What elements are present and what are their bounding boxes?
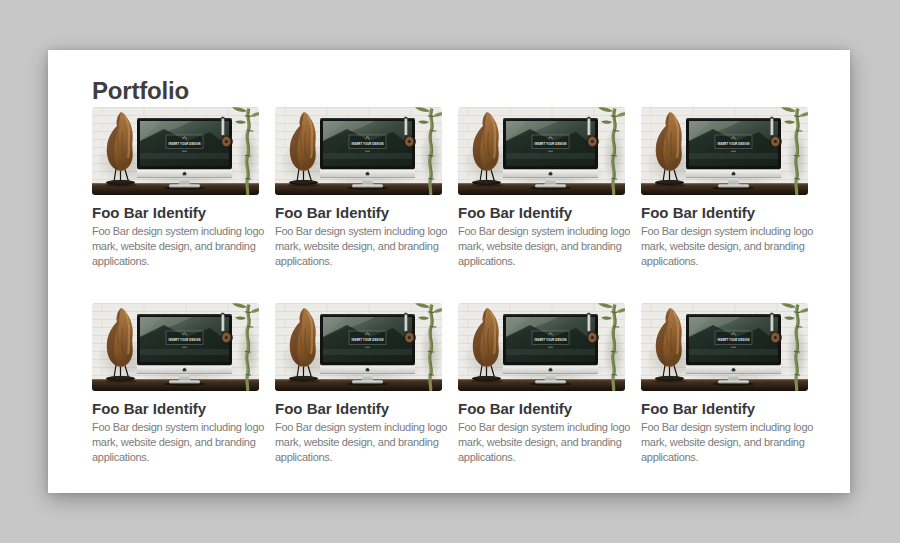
portfolio-card[interactable]: Foo Bar Identify Foo Bar design system i… bbox=[275, 107, 442, 269]
portfolio-card[interactable]: Foo Bar Identify Foo Bar design system i… bbox=[641, 107, 808, 269]
imac-desk-photo bbox=[275, 107, 442, 195]
portfolio-card[interactable]: Foo Bar Identify Foo Bar design system i… bbox=[275, 303, 442, 465]
card-description: Foo Bar design system including logo mar… bbox=[641, 420, 808, 465]
portfolio-card[interactable]: Foo Bar Identify Foo Bar design system i… bbox=[458, 107, 625, 269]
card-thumbnail[interactable] bbox=[458, 107, 625, 195]
card-description-line: applications. bbox=[641, 450, 808, 465]
portfolio-card[interactable]: Foo Bar Identify Foo Bar design system i… bbox=[92, 303, 259, 465]
card-thumbnail[interactable] bbox=[275, 303, 442, 391]
portfolio-card[interactable]: Foo Bar Identify Foo Bar design system i… bbox=[641, 303, 808, 465]
card-title: Foo Bar Identify bbox=[275, 203, 442, 222]
card-description-line: mark, website design, and branding bbox=[458, 239, 625, 254]
card-description-line: applications. bbox=[92, 450, 259, 465]
card-description: Foo Bar design system including logo mar… bbox=[92, 224, 259, 269]
card-description-line: mark, website design, and branding bbox=[92, 239, 259, 254]
card-description-line: Foo Bar design system including logo bbox=[275, 420, 442, 435]
card-description-line: Foo Bar design system including logo bbox=[641, 224, 808, 239]
card-thumbnail[interactable] bbox=[641, 107, 808, 195]
card-description: Foo Bar design system including logo mar… bbox=[458, 420, 625, 465]
card-title: Foo Bar Identify bbox=[641, 399, 808, 418]
card-description: Foo Bar design system including logo mar… bbox=[458, 224, 625, 269]
card-description-line: Foo Bar design system including logo bbox=[458, 420, 625, 435]
card-description: Foo Bar design system including logo mar… bbox=[275, 224, 442, 269]
card-title: Foo Bar Identify bbox=[458, 399, 625, 418]
card-description-line: mark, website design, and branding bbox=[641, 239, 808, 254]
card-description: Foo Bar design system including logo mar… bbox=[641, 224, 808, 269]
portfolio-grid: Foo Bar Identify Foo Bar design system i… bbox=[92, 107, 806, 465]
card-title: Foo Bar Identify bbox=[92, 203, 259, 222]
card-description-line: mark, website design, and branding bbox=[641, 435, 808, 450]
card-description-line: mark, website design, and branding bbox=[275, 435, 442, 450]
page-title: Portfolio bbox=[92, 76, 806, 106]
card-title: Foo Bar Identify bbox=[458, 203, 625, 222]
portfolio-card[interactable]: Foo Bar Identify Foo Bar design system i… bbox=[92, 107, 259, 269]
imac-desk-photo bbox=[275, 303, 442, 391]
card-title: Foo Bar Identify bbox=[641, 203, 808, 222]
card-description: Foo Bar design system including logo mar… bbox=[275, 420, 442, 465]
card-thumbnail[interactable] bbox=[458, 303, 625, 391]
card-description-line: applications. bbox=[275, 254, 442, 269]
imac-desk-photo bbox=[458, 303, 625, 391]
card-description-line: Foo Bar design system including logo bbox=[92, 224, 259, 239]
card-thumbnail[interactable] bbox=[275, 107, 442, 195]
card-description-line: Foo Bar design system including logo bbox=[458, 224, 625, 239]
imac-desk-photo bbox=[92, 303, 259, 391]
card-description-line: applications. bbox=[458, 254, 625, 269]
card-thumbnail[interactable] bbox=[641, 303, 808, 391]
card-description-line: Foo Bar design system including logo bbox=[641, 420, 808, 435]
portfolio-card[interactable]: Foo Bar Identify Foo Bar design system i… bbox=[458, 303, 625, 465]
card-title: Foo Bar Identify bbox=[92, 399, 259, 418]
card-description-line: applications. bbox=[458, 450, 625, 465]
imac-desk-photo bbox=[641, 107, 808, 195]
card-description-line: applications. bbox=[641, 254, 808, 269]
card-description: Foo Bar design system including logo mar… bbox=[92, 420, 259, 465]
card-thumbnail[interactable] bbox=[92, 303, 259, 391]
imac-desk-photo bbox=[458, 107, 625, 195]
card-description-line: applications. bbox=[92, 254, 259, 269]
card-description-line: mark, website design, and branding bbox=[92, 435, 259, 450]
card-description-line: Foo Bar design system including logo bbox=[275, 224, 442, 239]
card-description-line: applications. bbox=[275, 450, 442, 465]
content-panel: Portfolio Foo Bar Identify Foo Bar desig… bbox=[48, 50, 850, 493]
card-thumbnail[interactable] bbox=[92, 107, 259, 195]
card-description-line: Foo Bar design system including logo bbox=[92, 420, 259, 435]
imac-desk-photo bbox=[641, 303, 808, 391]
card-description-line: mark, website design, and branding bbox=[458, 435, 625, 450]
card-title: Foo Bar Identify bbox=[275, 399, 442, 418]
imac-desk-photo bbox=[92, 107, 259, 195]
card-description-line: mark, website design, and branding bbox=[275, 239, 442, 254]
